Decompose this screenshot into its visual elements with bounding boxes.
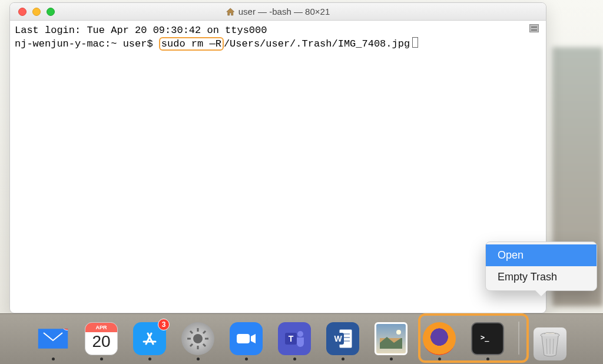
terminal-cursor [412, 37, 418, 48]
dock-item-word[interactable]: W [325, 322, 360, 360]
terminal-line-command: nj-wenjun-y-mac:~ user$ sudo rm —R/Users… [15, 37, 541, 51]
dock-item-trash[interactable] [532, 327, 568, 360]
trash-icon [534, 327, 566, 360]
zoom-icon [230, 322, 263, 355]
calendar-month: APR [85, 323, 117, 332]
home-icon [226, 8, 235, 16]
maximize-button[interactable] [47, 8, 55, 16]
titlebar[interactable]: user — -bash — 80×21 [10, 3, 546, 21]
trash-context-menu[interactable]: Open Empty Trash [485, 241, 597, 291]
dock-item-terminal[interactable]: >_ [470, 322, 505, 360]
teams-icon: T [278, 322, 311, 355]
photos-icon [375, 322, 407, 355]
dock[interactable]: 3 APR 20 3 [0, 313, 603, 364]
terminal-icon: >_ [471, 322, 504, 355]
svg-text:W: W [334, 334, 342, 343]
dock-item-firefox[interactable] [422, 322, 457, 360]
menu-item-open[interactable]: Open [486, 244, 597, 266]
terminal-command-highlight: sudo rm —R [159, 37, 224, 51]
svg-rect-12 [237, 334, 250, 343]
dock-item-photos[interactable] [373, 322, 409, 360]
appstore-badge: 3 [158, 319, 170, 330]
terminal-prompt: nj-wenjun-y-mac:~ user$ [15, 38, 159, 49]
calendar-icon: APR 20 [85, 322, 118, 355]
minimize-button[interactable] [32, 8, 41, 16]
svg-line-9 [203, 344, 206, 346]
window-title-text: user — -bash — 80×21 [238, 6, 330, 16]
svg-point-15 [297, 331, 303, 337]
svg-line-8 [190, 331, 193, 333]
running-indicator [52, 358, 55, 360]
terminal-command-rest: /Users/user/.Trash/IMG_7408.jpg [224, 38, 410, 49]
dock-separator [518, 322, 519, 355]
svg-line-11 [190, 344, 193, 346]
scroll-indicator [529, 24, 539, 32]
svg-point-3 [193, 334, 203, 343]
mail-icon: 3 [37, 322, 69, 355]
running-indicator [148, 358, 151, 360]
terminal-window[interactable]: user — -bash — 80×21 Last login: Tue Apr… [9, 2, 546, 313]
svg-line-10 [203, 331, 206, 333]
running-indicator [486, 358, 489, 360]
running-indicator [245, 358, 248, 360]
dock-item-zoom[interactable] [228, 322, 264, 360]
svg-text:T: T [289, 334, 294, 343]
appstore-icon: 3 [133, 322, 166, 355]
running-indicator [342, 358, 344, 360]
word-icon: W [326, 322, 359, 355]
dock-item-calendar[interactable]: APR 20 [84, 322, 119, 360]
running-indicator [438, 358, 441, 360]
firefox-icon [423, 322, 456, 355]
mail-badge: 3 [61, 319, 73, 330]
svg-text:>_: >_ [481, 333, 489, 342]
svg-point-24 [396, 330, 401, 335]
terminal-line-lastlogin: Last login: Tue Apr 20 09:30:42 on ttys0… [15, 24, 541, 37]
dock-item-settings[interactable] [180, 322, 216, 360]
dock-item-appstore[interactable]: 3 [132, 322, 167, 360]
window-title: user — -bash — 80×21 [226, 6, 330, 16]
calendar-day: 20 [92, 332, 110, 351]
dock-item-mail[interactable]: 3 [35, 322, 71, 360]
terminal-body[interactable]: Last login: Tue Apr 20 09:30:42 on ttys0… [10, 21, 546, 313]
running-indicator [100, 358, 103, 360]
settings-icon [181, 322, 214, 355]
dock-item-teams[interactable]: T [277, 322, 312, 360]
menu-item-empty-trash[interactable]: Empty Trash [486, 266, 597, 288]
close-button[interactable] [18, 8, 26, 16]
running-indicator [197, 358, 200, 360]
running-indicator [390, 358, 393, 360]
running-indicator [293, 358, 296, 360]
